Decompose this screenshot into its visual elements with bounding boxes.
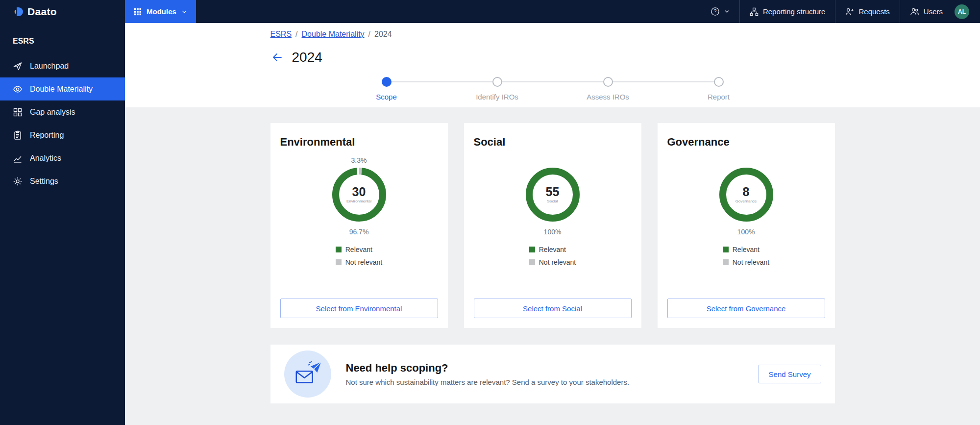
help-subtitle: Not sure which sustainability matters ar… <box>346 378 744 386</box>
sidebar-item-settings[interactable]: Settings <box>0 170 125 193</box>
avatar[interactable]: AL <box>955 4 969 19</box>
modules-label: Modules <box>147 7 176 16</box>
avatar-initials: AL <box>958 8 966 15</box>
sidebar-item-launchpad[interactable]: Launchpad <box>0 54 125 77</box>
grid-icon <box>134 8 142 16</box>
back-button[interactable] <box>270 50 284 64</box>
step-label: Scope <box>376 93 397 101</box>
users-icon <box>910 7 919 16</box>
donut-chart-environmental: 30 Environmental <box>331 166 388 223</box>
breadcrumb-link-double-materiality[interactable]: Double Materiality <box>302 30 365 39</box>
legend: Relevant Not relevant <box>723 246 769 266</box>
legend-label: Not relevant <box>345 258 382 266</box>
topbar-right: ? Reporting structure <box>701 0 980 23</box>
legend-not-relevant: Not relevant <box>723 258 769 266</box>
legend-swatch-not-relevant <box>723 259 729 265</box>
legend-label: Not relevant <box>733 258 769 266</box>
legend-swatch-relevant <box>723 247 729 252</box>
help-icon: ? <box>710 7 720 16</box>
sidebar-item-reporting[interactable]: Reporting <box>0 124 125 147</box>
legend-label: Not relevant <box>539 258 576 266</box>
chevron-down-icon <box>181 9 187 15</box>
users-label: Users <box>924 7 943 16</box>
step-connector <box>613 81 714 82</box>
legend-swatch-relevant <box>529 247 535 252</box>
breadcrumb-current: 2024 <box>374 30 392 39</box>
donut-center-label: Environmental <box>346 199 371 203</box>
step-scope: Scope <box>382 77 392 87</box>
legend: Relevant Not relevant <box>529 246 576 266</box>
legend-relevant: Relevant <box>529 246 576 253</box>
step-circle[interactable] <box>714 77 724 87</box>
sidebar-item-label: Gap analysis <box>30 108 75 117</box>
sidebar-section-title: ESRS <box>0 31 125 54</box>
svg-text:?: ? <box>713 9 716 14</box>
avatar-wrap: AL <box>953 0 980 23</box>
card-environmental: Environmental 3.3% <box>270 123 448 328</box>
requests-label: Requests <box>858 7 889 16</box>
logo-text: Daato <box>27 6 57 18</box>
legend-label: Relevant <box>539 246 566 253</box>
breadcrumb-link-esrs[interactable]: ESRS <box>270 30 292 39</box>
step-identify-iros: Identify IROs <box>492 77 502 87</box>
percent-bottom-label: 100% <box>544 228 562 237</box>
page-header: ESRS / Double Materiality / 2024 202 <box>125 23 980 107</box>
percent-bottom-label: 96.7% <box>349 228 369 237</box>
sidebar-item-label: Double Materiality <box>30 85 93 94</box>
legend-not-relevant: Not relevant <box>529 258 576 266</box>
help-card: Need help scoping? Not sure which sustai… <box>270 345 835 403</box>
daato-logo[interactable]: Daato <box>0 0 125 23</box>
legend-relevant: Relevant <box>723 246 769 253</box>
reporting-structure-label: Reporting structure <box>763 7 826 16</box>
double-materiality-icon <box>13 84 23 94</box>
modules-button[interactable]: Modules <box>125 0 196 23</box>
step-circle[interactable] <box>492 77 502 87</box>
step-connector <box>392 81 492 82</box>
donut-center-label: Governance <box>735 199 757 203</box>
select-from-environmental-button[interactable]: Select from Environmental <box>280 299 438 318</box>
select-from-governance-button[interactable]: Select from Governance <box>667 299 825 318</box>
percent-top-label: 3.3% <box>351 156 367 165</box>
percent-bottom-label: 100% <box>737 228 755 237</box>
legend: Relevant Not relevant <box>336 246 382 266</box>
grid-squares-icon <box>13 107 23 117</box>
legend-not-relevant: Not relevant <box>336 258 382 266</box>
sidebar-item-label: Reporting <box>30 131 64 140</box>
sidebar: ESRS Launchpad Double Materiality <box>0 23 125 425</box>
legend-label: Relevant <box>345 246 372 253</box>
users-button[interactable]: Users <box>900 0 953 23</box>
sidebar-item-analytics[interactable]: Analytics <box>0 147 125 170</box>
donut-center-label: Social <box>547 199 558 203</box>
chevron-down-icon <box>724 9 730 14</box>
hierarchy-icon <box>750 7 759 16</box>
donut-chart-governance: 8 Governance <box>718 166 775 223</box>
legend-swatch-relevant <box>336 247 342 252</box>
select-from-social-button[interactable]: Select from Social <box>474 299 632 318</box>
daato-logo-icon <box>13 6 24 17</box>
category-cards: Environmental 3.3% <box>270 123 835 328</box>
arrow-left-icon <box>271 51 283 63</box>
reporting-structure-button[interactable]: Reporting structure <box>739 0 835 23</box>
step-circle[interactable] <box>382 77 392 87</box>
step-connector <box>502 81 603 82</box>
step-circle[interactable] <box>603 77 613 87</box>
step-report: Report <box>714 77 724 87</box>
legend-swatch-not-relevant <box>336 259 342 265</box>
breadcrumb-separator: / <box>295 30 297 39</box>
send-survey-button[interactable]: Send Survey <box>759 365 821 383</box>
sidebar-item-label: Launchpad <box>30 62 69 71</box>
step-label: Assess IROs <box>587 93 629 101</box>
sidebar-item-gap-analysis[interactable]: Gap analysis <box>0 100 125 124</box>
legend-label: Relevant <box>733 246 760 253</box>
requests-icon <box>845 7 854 16</box>
step-label: Report <box>708 93 730 101</box>
donut-count: 30 <box>352 186 366 198</box>
help-menu[interactable]: ? <box>701 0 739 23</box>
stepper: Scope Identify IROs Assess IROs Report <box>125 77 980 99</box>
breadcrumb: ESRS / Double Materiality / 2024 <box>270 30 835 39</box>
card-governance: Governance <box>658 123 835 328</box>
sidebar-item-double-materiality[interactable]: Double Materiality <box>0 77 125 100</box>
donut-count: 55 <box>546 186 560 198</box>
requests-button[interactable]: Requests <box>835 0 899 23</box>
envelope-illustration <box>284 350 331 398</box>
